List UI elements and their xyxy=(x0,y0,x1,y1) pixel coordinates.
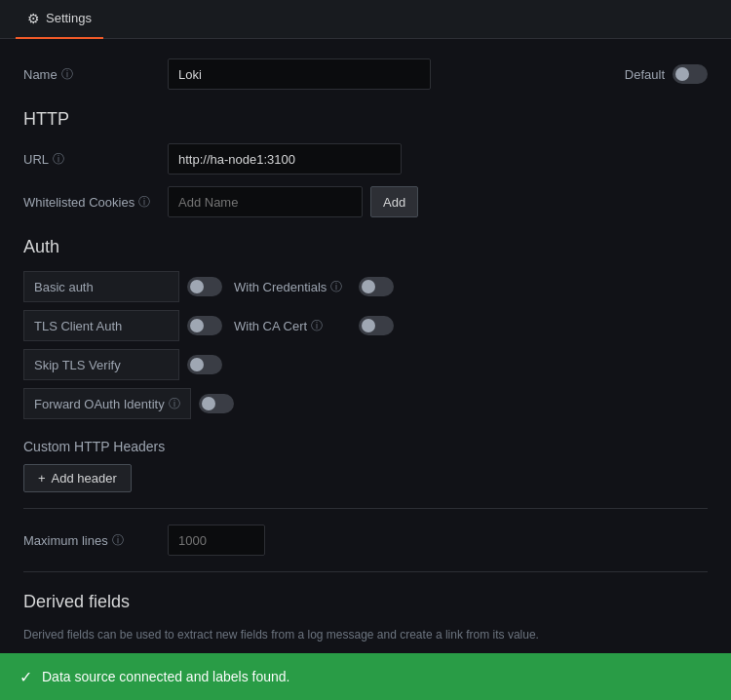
skip-tls-label: Skip TLS Verify xyxy=(23,349,179,380)
tls-client-auth-label: TLS Client Auth xyxy=(23,310,179,341)
forward-oauth-toggle[interactable] xyxy=(199,394,234,413)
main-content: Name ⓘ Default HTTP URL ⓘ Whitelisted Co… xyxy=(0,39,731,653)
cookies-label: Whitelisted Cookies ⓘ xyxy=(23,194,160,211)
custom-headers-heading: Custom HTTP Headers xyxy=(23,439,708,454)
with-credentials-label: With Credentials ⓘ xyxy=(234,279,351,295)
add-header-button[interactable]: + Add header xyxy=(23,464,132,492)
name-input[interactable] xyxy=(168,58,431,90)
default-toggle[interactable] xyxy=(673,64,708,84)
auth-row-3: Skip TLS Verify xyxy=(23,349,708,380)
divider-1 xyxy=(23,508,708,509)
settings-icon: ⚙ xyxy=(27,11,40,26)
tab-settings-label: Settings xyxy=(46,11,92,25)
derived-fields-description: Derived fields can be used to extract ne… xyxy=(23,626,708,643)
tls-client-auth-toggle[interactable] xyxy=(187,316,222,335)
name-row: Name ⓘ Default xyxy=(23,58,708,90)
status-check-icon: ✓ xyxy=(19,668,32,686)
cookies-info-icon[interactable]: ⓘ xyxy=(138,194,150,211)
status-bar: ✓ Data source connected and labels found… xyxy=(0,653,731,700)
with-ca-cert-section: With CA Cert ⓘ xyxy=(234,316,394,335)
status-message: Data source connected and labels found. xyxy=(42,669,290,684)
auth-grid: Basic auth With Credentials ⓘ TLS Clie xyxy=(23,271,708,419)
derived-fields-heading: Derived fields xyxy=(23,592,708,612)
cookies-add-button[interactable]: Add xyxy=(370,186,418,217)
default-label: Default xyxy=(625,67,665,82)
url-row: URL ⓘ xyxy=(23,143,708,175)
with-ca-cert-label: With CA Cert ⓘ xyxy=(234,318,351,334)
default-section: Default xyxy=(625,64,708,84)
max-lines-row: Maximum lines ⓘ xyxy=(23,525,708,556)
tab-bar: ⚙ Settings xyxy=(0,0,731,39)
auth-row-2: TLS Client Auth With CA Cert ⓘ xyxy=(23,310,708,341)
http-section-heading: HTTP xyxy=(23,109,708,130)
max-lines-label: Maximum lines ⓘ xyxy=(23,532,160,549)
divider-2 xyxy=(23,571,708,572)
max-lines-info-icon[interactable]: ⓘ xyxy=(112,532,124,549)
url-label: URL ⓘ xyxy=(23,151,160,168)
custom-headers-section: Custom HTTP Headers + Add header xyxy=(23,439,708,492)
skip-tls-toggle[interactable] xyxy=(187,355,222,374)
with-credentials-info-icon[interactable]: ⓘ xyxy=(330,279,342,295)
with-credentials-toggle[interactable] xyxy=(359,277,394,296)
max-lines-input[interactable] xyxy=(168,525,265,556)
forward-oauth-info-icon[interactable]: ⓘ xyxy=(169,396,180,412)
with-ca-cert-info-icon[interactable]: ⓘ xyxy=(311,318,323,334)
tab-settings[interactable]: ⚙ Settings xyxy=(16,0,103,39)
auth-row-1: Basic auth With Credentials ⓘ xyxy=(23,271,708,302)
basic-auth-label: Basic auth xyxy=(23,271,179,302)
add-header-plus-icon: + xyxy=(38,471,46,486)
basic-auth-toggle[interactable] xyxy=(187,277,222,296)
name-label: Name ⓘ xyxy=(23,66,160,83)
url-input[interactable] xyxy=(168,143,402,175)
name-info-icon[interactable]: ⓘ xyxy=(61,66,73,83)
forward-oauth-label: Forward OAuth Identity ⓘ xyxy=(23,388,191,419)
cookies-input[interactable] xyxy=(168,186,363,217)
auth-section-heading: Auth xyxy=(23,237,708,257)
auth-row-4: Forward OAuth Identity ⓘ xyxy=(23,388,708,419)
cookies-row: Whitelisted Cookies ⓘ Add xyxy=(23,186,708,217)
with-credentials-section: With Credentials ⓘ xyxy=(234,277,394,296)
with-ca-cert-toggle[interactable] xyxy=(359,316,394,335)
url-info-icon[interactable]: ⓘ xyxy=(53,151,64,168)
add-header-label: Add header xyxy=(52,471,117,486)
